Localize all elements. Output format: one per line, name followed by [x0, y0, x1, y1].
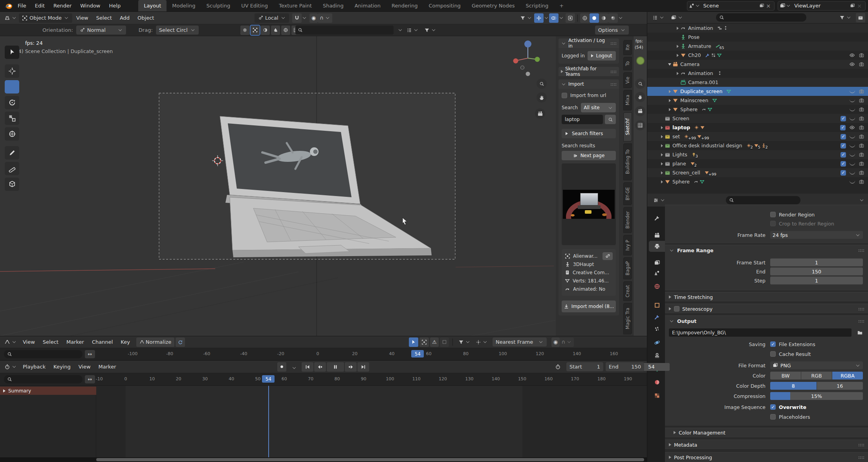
exclude-checkbox[interactable]: [841, 170, 846, 176]
playhead-line[interactable]: [268, 386, 269, 457]
npanel-tab-sketchf[interactable]: Sketchf: [623, 112, 632, 141]
npanel-tab-bagap[interactable]: BagaP: [623, 257, 632, 279]
color-option-bw[interactable]: BW: [770, 372, 801, 380]
properties-icon-button[interactable]: [651, 196, 667, 205]
add-workspace-button[interactable]: +: [554, 0, 569, 11]
eye-open-icon[interactable]: [849, 61, 855, 67]
outliner-row-set[interactable]: set+99+99: [647, 132, 868, 141]
mini-pan-button[interactable]: [635, 92, 645, 102]
npanel-tab-creat[interactable]: Creat: [623, 281, 632, 301]
copy-icon[interactable]: [759, 3, 764, 8]
viewport-menu-select[interactable]: Select: [92, 15, 116, 21]
mask-hex-button[interactable]: [240, 26, 249, 35]
graph-expand-button[interactable]: ↔: [85, 350, 95, 358]
eye-closed-icon[interactable]: [850, 144, 855, 147]
mini-grid-button[interactable]: [635, 120, 645, 130]
exclude-checkbox[interactable]: [841, 152, 846, 158]
color-management-section-header[interactable]: Color Management: [665, 428, 868, 437]
time-stretching-section-header[interactable]: Time Stretching: [665, 292, 868, 302]
mode-dropdown[interactable]: Object Mode: [19, 13, 72, 23]
selectability-dropdown[interactable]: [518, 13, 534, 23]
tool-rotate-button[interactable]: [5, 96, 19, 109]
npanel-tab-vie[interactable]: Vie: [623, 72, 632, 88]
filter-funnel-button[interactable]: [422, 26, 438, 35]
outliner-row-pose[interactable]: Pose: [647, 33, 868, 42]
timeline-menu-keying[interactable]: Keying: [49, 364, 75, 370]
pause-button[interactable]: [327, 362, 344, 372]
expander-closed[interactable]: [659, 162, 665, 165]
outliner-row-plane[interactable]: plane2: [647, 159, 868, 168]
properties-tab-texture[interactable]: [649, 390, 665, 401]
file-extensions-checkbox[interactable]: [770, 341, 776, 347]
menu-window[interactable]: Window: [76, 0, 104, 11]
tool-addcube-button[interactable]: [5, 178, 19, 191]
graph-menu-view[interactable]: View: [19, 339, 39, 345]
timeline-expand-button[interactable]: ↔: [85, 375, 95, 383]
graph-snap-target-button[interactable]: [474, 337, 490, 347]
camera-visibility-icon[interactable]: [859, 97, 864, 103]
eye-closed-icon[interactable]: [850, 117, 855, 120]
expander-closed[interactable]: [659, 135, 665, 138]
outliner-row-ch20[interactable]: Ch20: [647, 51, 868, 60]
timeline-channel-search[interactable]: [4, 375, 82, 383]
overlays-dropdown[interactable]: [560, 16, 563, 19]
mini-nav-gizmo[interactable]: [636, 57, 645, 65]
eye-open-icon[interactable]: [849, 125, 855, 130]
mini-camera-button[interactable]: [635, 106, 645, 116]
import-section-header[interactable]: Import: [559, 79, 619, 89]
properties-tab-tool[interactable]: [649, 213, 665, 224]
snap-toggle[interactable]: [292, 13, 302, 23]
next-page-button[interactable]: Next page: [562, 151, 616, 160]
outliner-row-sphere[interactable]: Sphere: [647, 105, 868, 114]
normalize-refresh-button[interactable]: [176, 337, 185, 347]
tweak-mode-button[interactable]: [409, 337, 418, 347]
graph-falloff-dropdown[interactable]: ∩: [559, 337, 574, 347]
properties-search[interactable]: [726, 196, 800, 204]
shading-wireframe-button[interactable]: [580, 13, 590, 23]
tool-measure-button[interactable]: [5, 162, 19, 175]
exclude-checkbox[interactable]: [841, 161, 846, 167]
unlink-scene-button[interactable]: ×: [764, 3, 773, 9]
npanel-tab-blender[interactable]: Blender: [623, 207, 632, 233]
timeline-channels[interactable]: Summary: [0, 386, 647, 457]
workspace-tab-compositing[interactable]: Compositing: [423, 0, 466, 11]
mini-zoom-button[interactable]: [635, 79, 645, 89]
horizontal-scrollbar[interactable]: [0, 457, 647, 462]
eye-closed-icon[interactable]: [850, 135, 855, 138]
viewlayer-name[interactable]: ViewLayer: [791, 3, 850, 9]
timeline-ruler[interactable]: ↔ -1001020304050607080901001101201301401…: [0, 373, 647, 386]
prev-keyframe-button[interactable]: [314, 362, 326, 372]
camera-visibility-icon[interactable]: [859, 61, 864, 67]
outliner-row-office-desk-industrial-design[interactable]: Office desk industrial design252: [647, 141, 868, 150]
disabled-mode-button[interactable]: [440, 337, 449, 347]
viewport-menu-object[interactable]: Object: [134, 15, 158, 21]
camera-visibility-icon[interactable]: [859, 52, 864, 58]
workspace-tab-layout[interactable]: Layout: [138, 0, 167, 11]
teams-section-header[interactable]: Sketchfab for Teams: [559, 67, 619, 76]
expander-closed[interactable]: [659, 144, 665, 147]
workspace-tab-sculpting[interactable]: Sculpting: [201, 0, 236, 11]
scrollbar-thumb[interactable]: [96, 458, 644, 461]
model-thumbnail[interactable]: [563, 190, 615, 219]
output-path-field[interactable]: E:\Jumpover\Only_BG\: [669, 328, 852, 337]
frame-start-pill[interactable]: Start1: [566, 362, 603, 371]
outliner-row-animation[interactable]: Animation: [647, 69, 868, 78]
pivot-dropdown[interactable]: Local: [255, 13, 289, 23]
color-option-rgb[interactable]: RGB: [801, 372, 832, 380]
shading-rendered-button[interactable]: [608, 13, 618, 23]
zoom-button[interactable]: [537, 79, 547, 89]
properties-tab-constraints[interactable]: [649, 350, 665, 361]
outliner-search[interactable]: [716, 13, 806, 22]
properties-tab-view-layer[interactable]: [649, 257, 665, 268]
gizmo-toggle[interactable]: [534, 13, 544, 23]
outliner-row-mainscreen[interactable]: Mainscreen: [647, 96, 868, 105]
outliner-row-armature[interactable]: Armature65: [647, 42, 868, 51]
eye-open-icon[interactable]: [849, 52, 855, 58]
tool-annotate-button[interactable]: [5, 146, 19, 160]
falloff-dropdown[interactable]: ∩: [318, 13, 332, 23]
properties-tab-physics[interactable]: [649, 337, 665, 348]
new-collection-button[interactable]: [856, 13, 865, 22]
workspace-tab-animation[interactable]: Animation: [349, 0, 386, 11]
overwrite-checkbox[interactable]: [770, 404, 776, 410]
properties-tab-world[interactable]: [649, 281, 665, 292]
